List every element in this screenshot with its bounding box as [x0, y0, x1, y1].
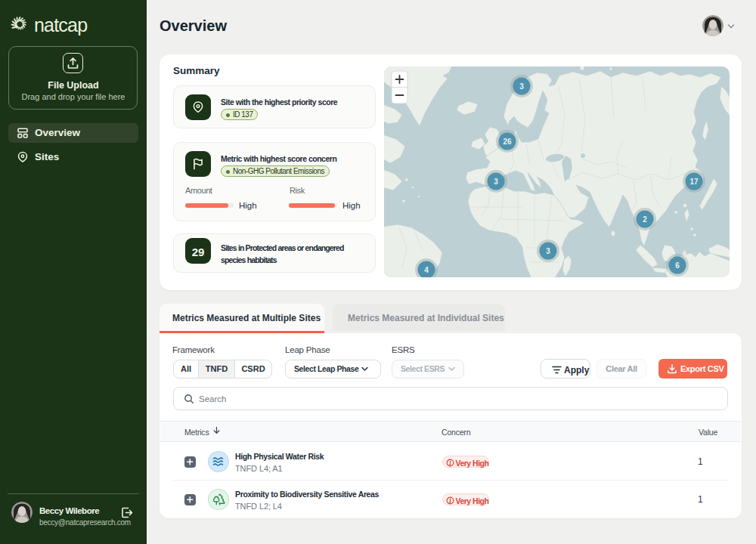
svg-text:3: 3 — [546, 247, 550, 255]
svg-text:26: 26 — [503, 138, 512, 146]
svg-text:17: 17 — [689, 178, 699, 186]
svg-text:3: 3 — [519, 82, 524, 91]
svg-text:6: 6 — [675, 261, 680, 270]
svg-text:4: 4 — [424, 266, 429, 274]
svg-text:2: 2 — [643, 215, 647, 224]
svg-text:3: 3 — [494, 178, 498, 186]
